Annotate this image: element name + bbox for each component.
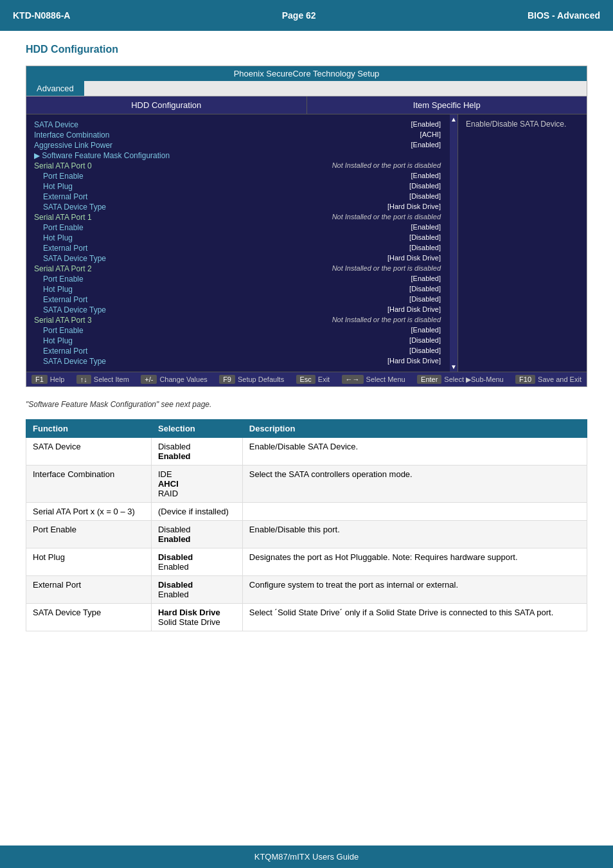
key-f1[interactable]: F1 <box>31 375 48 384</box>
bios-item-value: [Hard Disk Drive] <box>387 203 441 212</box>
bios-item[interactable]: Hot Plug[Disabled] <box>34 336 441 346</box>
bios-columns-header: HDD Configuration Item Specific Help <box>26 96 587 114</box>
footer-f10: F10 Save and Exit <box>515 375 582 384</box>
selection-option: Enabled <box>158 562 189 572</box>
bios-window: Phoenix SecureCore Technology Setup Adva… <box>26 66 587 387</box>
label-help: Help <box>50 375 65 383</box>
bios-item-value: [ACHI] <box>420 131 441 140</box>
header-left: KTD-N0886-A <box>13 10 70 21</box>
label-select-menu: Select Menu <box>366 375 405 383</box>
bios-item-label: External Port <box>34 192 87 201</box>
bios-item[interactable]: External Port[Disabled] <box>34 346 441 356</box>
cell-function: Hot Plug <box>26 548 152 576</box>
bios-item-value: [Enabled] <box>411 275 441 284</box>
key-updown[interactable]: ↑↓ <box>76 375 91 384</box>
bios-item[interactable]: Port Enable[Enabled] <box>34 274 441 284</box>
bios-item-label: Serial ATA Port 0 <box>34 161 92 170</box>
bios-item-label: Hot Plug <box>34 336 73 345</box>
bios-item[interactable]: SATA Device[Enabled] <box>34 120 441 130</box>
header-right: BIOS - Advanced <box>528 10 600 21</box>
key-f10[interactable]: F10 <box>515 375 535 384</box>
bios-item[interactable]: SATA Device Type[Hard Disk Drive] <box>34 356 441 366</box>
table-row: Port EnableDisabledEnabledEnable/Disable… <box>26 521 587 548</box>
bios-title-bar: Phoenix SecureCore Technology Setup <box>26 66 587 81</box>
footer-enter: Enter Select ▶Sub-Menu <box>417 375 504 384</box>
footer-text: KTQM87/mITX Users Guide <box>254 852 359 862</box>
selection-option: Enabled <box>158 534 191 544</box>
bios-item[interactable]: Hot Plug[Disabled] <box>34 233 441 243</box>
bios-main: HDD Configuration Item Specific Help SAT… <box>26 96 587 386</box>
footer-f9: F9 Setup Defaults <box>219 375 284 384</box>
selection-option: Solid State Drive <box>158 617 220 627</box>
bios-item-label: Serial ATA Port 3 <box>34 316 92 325</box>
bios-item[interactable]: Hot Plug[Disabled] <box>34 284 441 294</box>
bios-item-value: [Enabled] <box>411 223 441 232</box>
cell-selection: (Device if installed) <box>151 503 242 521</box>
key-leftright[interactable]: ←→ <box>342 375 364 384</box>
bios-item[interactable]: External Port[Disabled] <box>34 294 441 305</box>
cell-description: Designates the port as Hot Pluggable. No… <box>242 548 587 576</box>
bios-item[interactable]: Hot Plug[Disabled] <box>34 181 441 192</box>
bios-body: HDD Configuration Item Specific Help SAT… <box>26 96 587 386</box>
bios-item[interactable]: ▶ Software Feature Mask Configuration <box>34 150 441 161</box>
bios-help-panel: Enable/Disable SATA Device. <box>458 114 587 372</box>
footer-esc: Esc Exit <box>296 375 330 384</box>
key-plusminus[interactable]: +/- <box>141 375 157 384</box>
cell-description: Select ´Solid State Drive´ only if a Sol… <box>242 604 587 631</box>
bios-item-value: [Hard Disk Drive] <box>387 254 441 263</box>
footer-select-menu: ←→ Select Menu <box>342 375 405 384</box>
bios-item[interactable]: SATA Device Type[Hard Disk Drive] <box>34 305 441 315</box>
bios-item-label: Hot Plug <box>34 233 73 242</box>
table-row: Serial ATA Port x (x = 0 – 3)(Device if … <box>26 503 587 521</box>
bios-item-value: [Disabled] <box>409 192 441 201</box>
selection-option: IDE <box>158 469 172 479</box>
scroll-up-icon[interactable]: ▲ <box>450 116 457 123</box>
bios-item-value: [Hard Disk Drive] <box>387 305 441 314</box>
page-content: HDD Configuration Phoenix SecureCore Tec… <box>0 31 613 664</box>
key-f9[interactable]: F9 <box>219 375 235 384</box>
selection-option: Hard Disk Drive <box>158 608 220 617</box>
selection-option: RAID <box>158 489 178 498</box>
bios-item[interactable]: Port Enable[Enabled] <box>34 222 441 233</box>
cell-description: Enable/Disable this port. <box>242 521 587 548</box>
key-enter[interactable]: Enter <box>417 375 441 384</box>
bios-item-label: Port Enable <box>34 326 84 335</box>
bios-item-value: [Disabled] <box>409 336 441 345</box>
scrollbar[interactable]: ▲ ▼ <box>450 114 458 372</box>
bios-item-value: [Disabled] <box>409 347 441 356</box>
bios-item[interactable]: Serial ATA Port 0Not Installed or the po… <box>34 161 441 171</box>
bios-item[interactable]: SATA Device Type[Hard Disk Drive] <box>34 253 441 264</box>
bios-item[interactable]: Serial ATA Port 1Not Installed or the po… <box>34 212 441 222</box>
scroll-down-icon[interactable]: ▼ <box>450 363 457 370</box>
bios-tab-advanced[interactable]: Advanced <box>26 81 84 96</box>
selection-option: Enabled <box>158 590 189 599</box>
cell-selection: DisabledEnabled <box>151 576 242 604</box>
bios-item[interactable]: Port Enable[Enabled] <box>34 325 441 336</box>
bios-item[interactable]: Aggressive Link Power[Enabled] <box>34 140 441 150</box>
bios-item-value: [Enabled] <box>411 120 441 129</box>
page-header: KTD-N0886-A Page 62 BIOS - Advanced <box>0 0 613 31</box>
bios-item[interactable]: Serial ATA Port 2Not Installed or the po… <box>34 264 441 274</box>
bios-content: SATA Device[Enabled]Interface Combinatio… <box>26 114 587 372</box>
cell-description: Select the SATA controllers operation mo… <box>242 466 587 503</box>
label-submenu: Select ▶Sub-Menu <box>444 375 503 384</box>
bios-item[interactable]: SATA Device Type[Hard Disk Drive] <box>34 202 441 212</box>
selection-option: Disabled <box>158 525 191 534</box>
key-esc[interactable]: Esc <box>296 375 315 384</box>
bios-items-panel: SATA Device[Enabled]Interface Combinatio… <box>26 114 458 372</box>
bios-item[interactable]: External Port[Disabled] <box>34 243 441 253</box>
bios-item[interactable]: Port Enable[Enabled] <box>34 171 441 181</box>
label-defaults: Setup Defaults <box>238 375 284 383</box>
bios-item[interactable]: Interface Combination[ACHI] <box>34 130 441 140</box>
selection-option: (Device if installed) <box>158 507 229 516</box>
selection-option: Disabled <box>158 580 193 590</box>
bios-item-value: [Disabled] <box>409 244 441 253</box>
bios-item-value: [Hard Disk Drive] <box>387 357 441 366</box>
bios-item-label: Port Enable <box>34 172 84 181</box>
bios-item[interactable]: External Port[Disabled] <box>34 192 441 202</box>
bios-item[interactable]: Serial ATA Port 3Not Installed or the po… <box>34 315 441 325</box>
page-footer: KTQM87/mITX Users Guide <box>0 845 613 868</box>
bios-item-label: Hot Plug <box>34 182 73 191</box>
bios-item-value: [Enabled] <box>411 326 441 335</box>
footer-change: +/- Change Values <box>141 375 208 384</box>
